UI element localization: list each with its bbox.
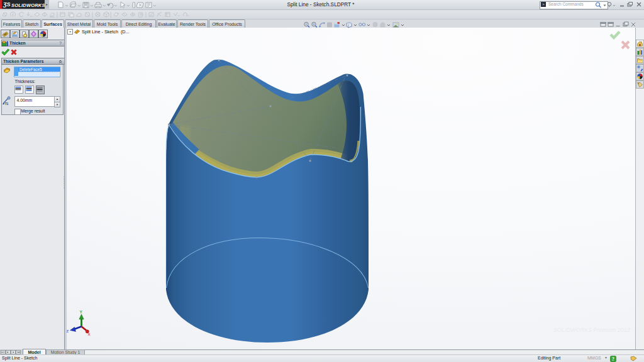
svg-text:X: X <box>88 332 91 336</box>
svg-text:?: ? <box>612 356 614 361</box>
svg-text:Z: Z <box>67 329 69 333</box>
svg-text:Y: Y <box>80 310 83 314</box>
svg-text:T1: T1 <box>5 102 9 106</box>
